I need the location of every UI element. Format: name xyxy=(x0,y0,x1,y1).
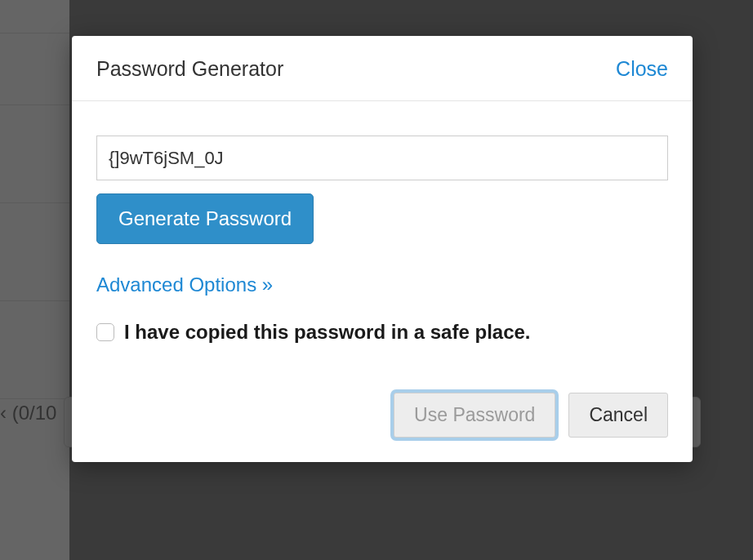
password-generator-modal: Password Generator Close Generate Passwo… xyxy=(72,36,693,462)
background-partial-text: ‹ (0/10 xyxy=(0,402,56,424)
use-password-button[interactable]: Use Password xyxy=(394,393,555,438)
copied-confirmation-row: I have copied this password in a safe pl… xyxy=(96,321,668,344)
cancel-button[interactable]: Cancel xyxy=(568,393,668,438)
generate-password-button[interactable]: Generate Password xyxy=(96,193,314,244)
modal-title: Password Generator xyxy=(96,57,283,81)
copied-checkbox-label[interactable]: I have copied this password in a safe pl… xyxy=(124,321,531,344)
modal-header: Password Generator Close xyxy=(72,36,693,101)
close-button[interactable]: Close xyxy=(616,57,668,81)
advanced-options-link[interactable]: Advanced Options » xyxy=(96,273,273,296)
modal-footer: Use Password Cancel xyxy=(72,360,693,462)
copied-checkbox[interactable] xyxy=(96,323,114,341)
modal-body: Generate Password Advanced Options » I h… xyxy=(72,101,693,360)
password-input[interactable] xyxy=(96,136,668,180)
